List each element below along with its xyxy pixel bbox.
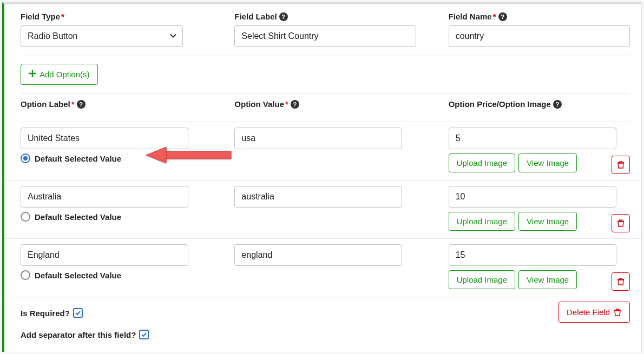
radio-icon[interactable] — [21, 153, 30, 163]
option-label-input[interactable] — [21, 244, 188, 266]
separator — [21, 56, 630, 56]
option-price-input[interactable] — [449, 128, 616, 149]
svg-rect-0 — [166, 151, 231, 159]
option-label-input[interactable] — [21, 186, 188, 208]
add-options-button[interactable]: Add Option(s) — [21, 64, 98, 85]
default-selected-radio[interactable]: Default Selected Value — [21, 270, 202, 280]
field-label-input[interactable] — [234, 25, 416, 47]
field-label-col: Field Label ? — [234, 12, 416, 47]
radio-icon[interactable] — [21, 212, 30, 222]
field-settings: Delete Field Is Required? Add separator … — [4, 297, 641, 345]
upload-image-button[interactable]: Upload Image — [449, 153, 515, 172]
add-separator-row: Add separator after this field? — [21, 330, 630, 339]
option-value-input[interactable] — [234, 128, 402, 149]
help-icon[interactable]: ? — [77, 100, 86, 109]
delete-option-button[interactable] — [612, 156, 630, 174]
upload-image-button[interactable]: Upload Image — [449, 270, 515, 289]
option-value-input[interactable] — [234, 244, 402, 266]
option-price-input[interactable] — [449, 186, 616, 208]
option-row: Default Selected Value Upload Image View… — [4, 181, 641, 239]
field-label-label: Field Label ? — [234, 12, 416, 21]
option-value-input[interactable] — [234, 186, 402, 208]
delete-option-button[interactable] — [612, 272, 630, 291]
default-selected-radio[interactable]: Default Selected Value — [21, 212, 202, 222]
help-icon[interactable]: ? — [291, 100, 299, 109]
trash-icon — [616, 277, 625, 286]
field-name-col: Field Name* ? — [449, 12, 630, 47]
field-type-select[interactable] — [21, 25, 183, 47]
is-required-checkbox[interactable] — [73, 308, 83, 318]
option-label-header: Option Label* ? — [21, 99, 202, 109]
field-type-label: Field Type* — [21, 12, 202, 21]
help-icon[interactable]: ? — [553, 100, 562, 109]
option-row: Default Selected Value Upload Image View… — [4, 239, 641, 297]
trash-icon — [613, 308, 622, 317]
field-type-col: Field Type* — [21, 12, 202, 47]
field-config-panel: Field Type* Field Label ? Field Name* ? — [2, 2, 642, 352]
option-price-header: Option Price/Option Image ? — [449, 99, 630, 109]
required-marker: * — [61, 12, 64, 21]
delete-field-button[interactable]: Delete Field — [558, 302, 630, 323]
annotation-arrow-icon — [142, 142, 234, 170]
view-image-button[interactable]: View Image — [518, 153, 577, 172]
upload-image-button[interactable]: Upload Image — [449, 212, 515, 231]
option-row: Default Selected Value Upload Image View… — [4, 122, 641, 181]
field-name-input[interactable] — [449, 25, 630, 47]
help-icon[interactable]: ? — [279, 12, 288, 21]
field-type-value[interactable] — [21, 25, 183, 47]
trash-icon — [616, 219, 625, 228]
options-header: Option Label* ? Option Value* ? Option P… — [4, 94, 641, 117]
field-name-label: Field Name* ? — [449, 12, 630, 21]
plus-icon — [29, 70, 36, 79]
radio-icon[interactable] — [21, 270, 30, 280]
option-value-header: Option Value* ? — [234, 99, 416, 109]
help-icon[interactable]: ? — [498, 12, 507, 21]
field-definition-row: Field Type* Field Label ? Field Name* ? — [4, 4, 641, 51]
view-image-button[interactable]: View Image — [518, 270, 577, 289]
is-required-row: Is Required? — [21, 308, 630, 318]
required-marker: * — [493, 12, 496, 21]
option-price-input[interactable] — [449, 244, 616, 266]
view-image-button[interactable]: View Image — [518, 212, 577, 231]
trash-icon — [616, 161, 625, 169]
delete-option-button[interactable] — [612, 214, 630, 232]
add-separator-checkbox[interactable] — [139, 330, 149, 339]
